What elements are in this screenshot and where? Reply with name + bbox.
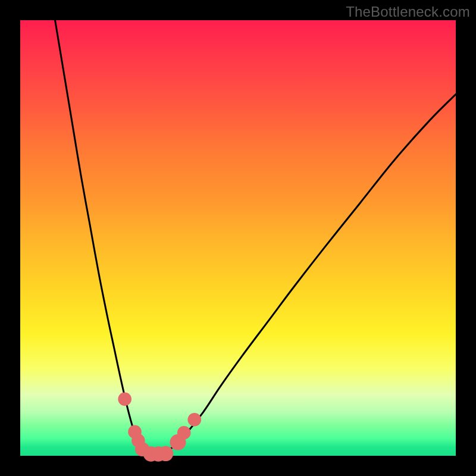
bottleneck-curve <box>55 20 456 455</box>
curve-layer <box>55 20 456 455</box>
data-marker <box>158 446 174 462</box>
marker-layer <box>118 393 201 462</box>
chart-svg <box>20 20 456 456</box>
chart-plot-area <box>20 20 456 456</box>
data-marker <box>177 426 191 440</box>
data-marker <box>187 413 201 427</box>
watermark-text: TheBottleneck.com <box>346 4 470 20</box>
data-marker <box>118 393 131 406</box>
